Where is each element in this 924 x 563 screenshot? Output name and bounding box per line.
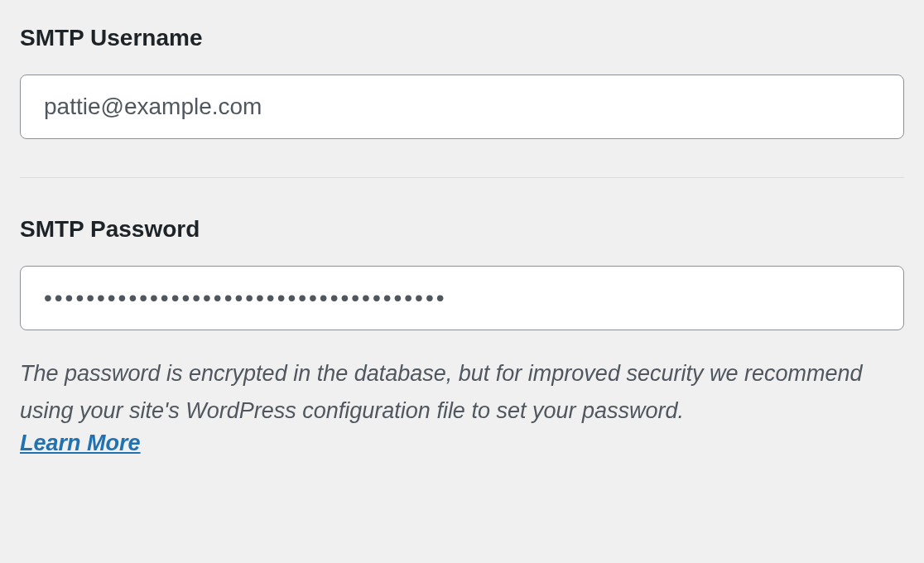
smtp-username-input[interactable] bbox=[20, 75, 904, 139]
smtp-username-group: SMTP Username bbox=[20, 25, 904, 139]
smtp-password-input[interactable] bbox=[20, 266, 904, 330]
password-help-text: The password is encrypted in the databas… bbox=[20, 355, 904, 429]
learn-more-link[interactable]: Learn More bbox=[20, 431, 141, 456]
smtp-username-label: SMTP Username bbox=[20, 25, 904, 51]
field-divider bbox=[20, 177, 904, 178]
smtp-password-label: SMTP Password bbox=[20, 216, 904, 243]
smtp-password-group: SMTP Password The password is encrypted … bbox=[20, 216, 904, 456]
